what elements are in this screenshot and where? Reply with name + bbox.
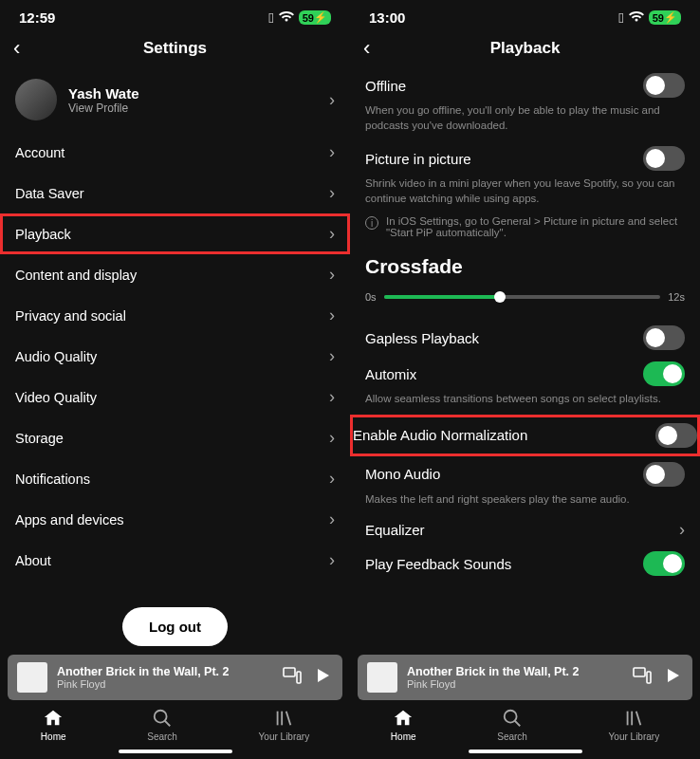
home-indicator[interactable] bbox=[119, 750, 232, 753]
play-icon[interactable] bbox=[662, 667, 683, 688]
tab-library[interactable]: Your Library bbox=[259, 708, 310, 742]
svg-rect-0 bbox=[284, 668, 295, 676]
menu-row-notifications[interactable]: Notifications› bbox=[15, 458, 335, 499]
back-button[interactable]: ‹ bbox=[13, 36, 20, 61]
setting-label: Equalizer bbox=[365, 522, 425, 538]
chevron-right-icon: › bbox=[329, 142, 335, 162]
tab-label: Search bbox=[497, 731, 527, 742]
slider-thumb[interactable] bbox=[494, 291, 506, 303]
setting-label: Mono Audio bbox=[365, 466, 440, 482]
crossfade-title: Crossfade bbox=[365, 255, 685, 278]
playback-settings: Offline When you go offline, you'll only… bbox=[350, 67, 700, 651]
offline-toggle[interactable] bbox=[643, 73, 685, 98]
tab-label: Home bbox=[391, 731, 416, 742]
pip-info-text: In iOS Settings, go to General > Picture… bbox=[386, 215, 685, 238]
setting-label: Enable Audio Normalization bbox=[353, 427, 527, 443]
tab-library[interactable]: Your Library bbox=[609, 708, 660, 742]
menu-row-audio-quality[interactable]: Audio Quality› bbox=[15, 336, 335, 377]
menu-label: Data Saver bbox=[15, 186, 84, 201]
devices-icon[interactable] bbox=[282, 667, 303, 688]
svg-rect-8 bbox=[647, 672, 651, 683]
setting-label: Offline bbox=[365, 78, 406, 94]
status-time: 13:00 bbox=[369, 9, 405, 26]
home-indicator[interactable] bbox=[469, 750, 582, 753]
page-title: Playback bbox=[490, 39, 561, 58]
page-header: ‹ Playback bbox=[350, 29, 700, 67]
menu-row-account[interactable]: Account› bbox=[15, 132, 335, 173]
automix-row[interactable]: Automix bbox=[365, 356, 685, 392]
gapless-row[interactable]: Gapless Playback bbox=[365, 320, 685, 356]
pip-info: i In iOS Settings, go to General > Pictu… bbox=[365, 213, 685, 248]
now-playing-text: Another Brick in the Wall, Pt. 2 Pink Fl… bbox=[407, 665, 622, 690]
equalizer-row[interactable]: Equalizer › bbox=[365, 514, 685, 546]
avatar bbox=[15, 79, 57, 120]
tab-search[interactable]: Search bbox=[497, 708, 527, 742]
status-time: 12:59 bbox=[19, 9, 55, 26]
menu-row-apps-and-devices[interactable]: Apps and devices› bbox=[15, 499, 335, 540]
menu-label: Video Quality bbox=[15, 390, 97, 405]
svg-line-13 bbox=[636, 712, 641, 726]
chevron-right-icon: › bbox=[329, 305, 335, 325]
mono-row[interactable]: Mono Audio bbox=[365, 456, 685, 492]
tab-label: Home bbox=[41, 731, 66, 742]
automix-toggle[interactable] bbox=[643, 361, 685, 386]
chevron-right-icon: › bbox=[329, 90, 335, 110]
mono-toggle[interactable] bbox=[643, 462, 685, 487]
chevron-right-icon: › bbox=[329, 387, 335, 407]
profile-row[interactable]: Yash Wate View Profile › bbox=[15, 67, 335, 132]
feedback-row[interactable]: Play Feedback Sounds bbox=[365, 546, 685, 582]
crossfade-slider[interactable] bbox=[384, 295, 661, 299]
svg-rect-1 bbox=[297, 672, 301, 683]
play-icon[interactable] bbox=[312, 667, 333, 688]
pip-row[interactable]: Picture in picture bbox=[365, 140, 685, 176]
setting-label: Gapless Playback bbox=[365, 330, 479, 346]
tab-bar: Home Search Your Library bbox=[350, 700, 700, 746]
devices-icon[interactable] bbox=[632, 667, 653, 688]
status-indicators: 􀙇 59⚡ bbox=[268, 9, 331, 26]
menu-row-playback[interactable]: Playback› bbox=[0, 213, 350, 254]
offline-row[interactable]: Offline bbox=[365, 67, 685, 103]
tab-search[interactable]: Search bbox=[147, 708, 177, 742]
chevron-right-icon: › bbox=[679, 520, 685, 540]
settings-list: Yash Wate View Profile › Account›Data Sa… bbox=[0, 67, 350, 651]
menu-label: Playback bbox=[15, 227, 71, 242]
menu-row-video-quality[interactable]: Video Quality› bbox=[15, 377, 335, 417]
logout-wrap: Log out bbox=[15, 607, 335, 646]
menu-label: Audio Quality bbox=[15, 349, 97, 364]
menu-label: Privacy and social bbox=[15, 308, 126, 324]
logout-button[interactable]: Log out bbox=[122, 607, 228, 646]
album-art bbox=[367, 662, 397, 693]
chevron-right-icon: › bbox=[329, 265, 335, 285]
pip-toggle[interactable] bbox=[643, 146, 685, 171]
page-header: ‹ Settings bbox=[0, 29, 350, 67]
status-bar: 12:59 􀙇 59⚡ bbox=[0, 0, 350, 29]
now-playing-text: Another Brick in the Wall, Pt. 2 Pink Fl… bbox=[57, 665, 272, 690]
gapless-toggle[interactable] bbox=[643, 325, 685, 350]
feedback-toggle[interactable] bbox=[643, 551, 685, 576]
normalization-row[interactable]: Enable Audio Normalization bbox=[350, 415, 700, 456]
tab-home[interactable]: Home bbox=[41, 708, 66, 742]
album-art bbox=[17, 662, 47, 693]
menu-row-data-saver[interactable]: Data Saver› bbox=[15, 173, 335, 213]
track-title: Another Brick in the Wall, Pt. 2 bbox=[407, 665, 622, 678]
offline-desc: When you go offline, you'll only be able… bbox=[365, 103, 685, 140]
chevron-right-icon: › bbox=[329, 469, 335, 489]
normalization-toggle[interactable] bbox=[655, 423, 697, 448]
back-button[interactable]: ‹ bbox=[363, 36, 370, 61]
playback-screen: 13:00 􀙇 59⚡ ‹ Playback Offline When you … bbox=[350, 0, 700, 759]
menu-row-storage[interactable]: Storage› bbox=[15, 417, 335, 458]
svg-point-9 bbox=[505, 711, 517, 723]
menu-row-content-and-display[interactable]: Content and display› bbox=[15, 254, 335, 295]
now-playing-bar[interactable]: Another Brick in the Wall, Pt. 2 Pink Fl… bbox=[358, 655, 692, 700]
now-playing-bar[interactable]: Another Brick in the Wall, Pt. 2 Pink Fl… bbox=[8, 655, 342, 700]
setting-label: Picture in picture bbox=[365, 151, 471, 167]
signal-icon: 􀙇 bbox=[268, 9, 273, 26]
tab-home[interactable]: Home bbox=[391, 708, 416, 742]
menu-row-about[interactable]: About› bbox=[15, 540, 335, 581]
svg-line-6 bbox=[286, 712, 291, 726]
profile-name: Yash Wate bbox=[68, 85, 138, 102]
automix-desc: Allow seamless transitions between songs… bbox=[365, 392, 685, 415]
menu-row-privacy-and-social[interactable]: Privacy and social› bbox=[15, 295, 335, 336]
chevron-right-icon: › bbox=[329, 509, 335, 529]
track-title: Another Brick in the Wall, Pt. 2 bbox=[57, 665, 272, 678]
